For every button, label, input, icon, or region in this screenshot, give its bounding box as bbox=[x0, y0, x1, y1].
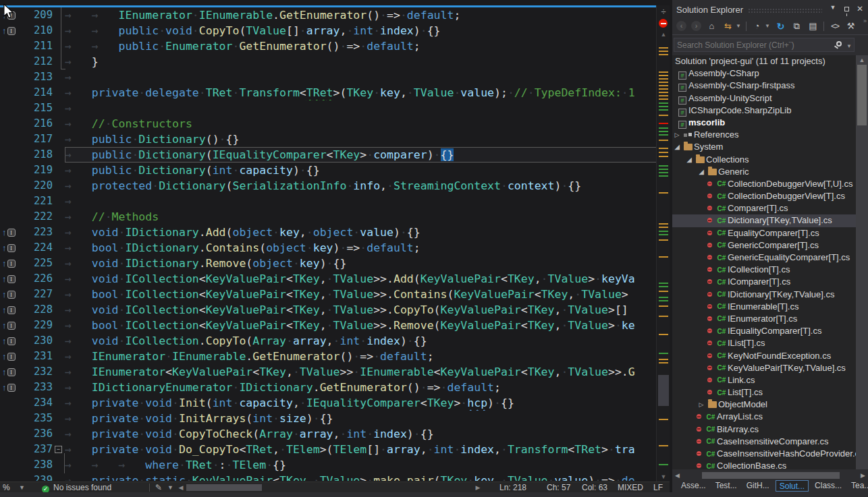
code-line[interactable]: ↑I232→ IEnumerator<KeyValuePair<TKey,·TV… bbox=[0, 364, 670, 380]
scroll-right-icon[interactable]: ▶ bbox=[861, 471, 865, 480]
code-line[interactable]: 217→ public·Dictionary()·{} bbox=[0, 131, 670, 147]
tree-item-ilist-t-cs[interactable]: C#IList[T].cs bbox=[672, 337, 856, 349]
tree-horizontal-scrollbar[interactable]: ◀ ▶ bbox=[672, 471, 868, 480]
tree-item-mscorlib[interactable]: #mscorlib bbox=[672, 117, 856, 129]
search-icon[interactable] bbox=[836, 41, 842, 47]
solution-tree[interactable]: Solution 'project-gui' (11 of 11 project… bbox=[672, 55, 856, 469]
code-text[interactable]: → → → where·TRet·:·TElem·{} bbox=[65, 457, 670, 473]
expander-closed-icon[interactable]: ▷ bbox=[697, 399, 706, 411]
tree-item-assembly-unityscript[interactable]: #Assembly-UnityScript bbox=[672, 92, 856, 105]
code-editor[interactable]: ↑I209→ → IEnumerator·IEnumerable.GetEnum… bbox=[0, 0, 670, 481]
chevron-down-icon[interactable]: ▼ bbox=[167, 482, 173, 493]
editor-vertical-scrollbar[interactable]: ÷ ▲ ▼ bbox=[656, 5, 670, 481]
outlining-margin[interactable] bbox=[53, 256, 65, 271]
code-line[interactable]: 216→ //·Constructors bbox=[0, 116, 670, 131]
tree-item-keynotfoundexception-cs[interactable]: C#KeyNotFoundException.cs bbox=[672, 350, 856, 362]
tree-item-iequalitycomparer-t-cs[interactable]: C#IEqualityComparer[T].cs bbox=[672, 325, 856, 337]
code-line[interactable]: ↑I209→ → IEnumerator·IEnumerable.GetEnum… bbox=[0, 7, 670, 23]
tree-item-assembly-csharp[interactable]: #Assembly-CSharp bbox=[672, 67, 856, 80]
code-line[interactable]: ↑I210→ → public·void·CopyTo(TValue[]·arr… bbox=[0, 23, 670, 38]
switch-views-icon[interactable]: ⇆ bbox=[722, 21, 734, 31]
code-line[interactable]: ↑I229→ bool·ICollection<KeyValuePair<TKe… bbox=[0, 318, 670, 333]
code-text[interactable]: → private·void·CopyToCheck(Array·array,·… bbox=[65, 426, 670, 442]
scroll-up-icon[interactable]: ▲ bbox=[856, 57, 868, 63]
code-line[interactable]: ↑I225→ void·IDictionary.Remove(object·ke… bbox=[0, 256, 670, 271]
code-text[interactable]: → IDictionaryEnumerator·IDictionary.GetE… bbox=[65, 380, 670, 395]
tree-item-objectmodel[interactable]: ▷ObjectModel bbox=[672, 399, 856, 411]
view-code-icon[interactable]: <> bbox=[829, 21, 840, 31]
code-text[interactable]: → → IEnumerator·IEnumerable.GetEnumerato… bbox=[65, 7, 670, 23]
line-number[interactable]: 221 bbox=[23, 194, 53, 209]
outlining-margin[interactable] bbox=[53, 100, 65, 116]
tree-item-generic[interactable]: ◢Generic bbox=[672, 166, 856, 178]
outlining-margin[interactable] bbox=[53, 240, 65, 256]
line-number[interactable]: 235 bbox=[23, 411, 53, 426]
code-text[interactable]: → //·Constructors bbox=[65, 116, 670, 131]
zoom-control[interactable]: % bbox=[3, 482, 10, 493]
code-text[interactable]: → → public·void·CopyTo(TValue[]·array,·i… bbox=[65, 23, 670, 38]
code-line[interactable]: 212→ } bbox=[0, 54, 670, 69]
outlining-margin[interactable] bbox=[53, 318, 65, 333]
code-text[interactable]: → bbox=[65, 194, 670, 209]
outlining-margin[interactable] bbox=[53, 426, 65, 442]
pending-changes-filter-icon[interactable]: ◔ bbox=[751, 21, 763, 31]
code-line[interactable]: ↑I223→ void·IDictionary.Add(object·key,·… bbox=[0, 225, 670, 240]
line-number[interactable]: 232 bbox=[23, 364, 53, 380]
line-number[interactable]: 236 bbox=[23, 426, 53, 442]
tree-item-dictionary-tkey-tvalue-cs[interactable]: C#Dictionary[TKey,TValue].cs bbox=[672, 214, 856, 227]
status-encoding[interactable]: MIXED bbox=[618, 482, 643, 493]
line-number[interactable]: 228 bbox=[23, 302, 53, 318]
line-number[interactable]: 237 bbox=[23, 442, 53, 457]
line-number[interactable]: 209 bbox=[23, 7, 53, 23]
line-number[interactable]: 222 bbox=[23, 209, 53, 225]
tree-item-genericequalitycomparer-t-cs[interactable]: C#GenericEqualityComparer[T].cs bbox=[672, 252, 856, 264]
line-number[interactable]: 215 bbox=[23, 100, 53, 116]
line-number[interactable]: 213 bbox=[23, 69, 53, 85]
tree-item-caseinsensitivehashcodeprovider-cs[interactable]: C#CaseInsensitiveHashCodeProvider.cs bbox=[672, 448, 856, 460]
line-number[interactable]: 217 bbox=[23, 131, 53, 147]
refresh-icon[interactable]: ↻ bbox=[775, 21, 786, 32]
code-line[interactable]: ↑I226→ void·ICollection<KeyValuePair<TKe… bbox=[0, 271, 670, 287]
tree-item-assembly-csharp-firstpass[interactable]: #Assembly-CSharp-firstpass bbox=[672, 80, 856, 92]
expander-open-icon[interactable]: ◢ bbox=[672, 141, 682, 153]
outlining-margin[interactable] bbox=[53, 333, 65, 349]
code-line[interactable]: ↑I228→ void·ICollection<KeyValuePair<TKe… bbox=[0, 302, 670, 318]
editor-horizontal-scrollbar[interactable]: ◀ ▶ bbox=[177, 483, 482, 492]
pin-icon[interactable] bbox=[841, 4, 852, 16]
line-number[interactable]: 230 bbox=[23, 333, 53, 349]
outlining-margin[interactable] bbox=[53, 302, 65, 318]
outlining-margin[interactable] bbox=[53, 473, 65, 481]
code-lines[interactable]: ↑I209→ → IEnumerator·IEnumerable.GetEnum… bbox=[0, 7, 670, 481]
line-number[interactable]: 231 bbox=[23, 349, 53, 364]
code-line[interactable]: ↑I224→ bool·IDictionary.Contains(object·… bbox=[0, 240, 670, 256]
search-box[interactable]: ▼ bbox=[674, 38, 855, 52]
code-line[interactable]: ↑I233→ IDictionaryEnumerator·IDictionary… bbox=[0, 380, 670, 395]
tool-tab-test[interactable]: Test... bbox=[712, 480, 740, 492]
outlining-margin[interactable] bbox=[53, 116, 65, 131]
code-line[interactable]: 221→ bbox=[0, 194, 670, 209]
tool-tab-gith[interactable]: GitH... bbox=[743, 480, 773, 492]
scroll-down-icon[interactable]: ▼ bbox=[657, 473, 670, 480]
outlining-margin[interactable] bbox=[53, 380, 65, 395]
line-number[interactable]: 227 bbox=[23, 287, 53, 302]
code-line[interactable]: 218→ public·Dictionary(IEqualityComparer… bbox=[0, 147, 670, 163]
expander-open-icon[interactable]: ◢ bbox=[697, 166, 706, 178]
code-line[interactable]: 234→ private·void·Init(int·capacity,·IEq… bbox=[0, 395, 670, 411]
code-text[interactable]: → public·Dictionary(IEqualityComparer<TK… bbox=[65, 147, 670, 163]
outlining-margin[interactable] bbox=[53, 163, 65, 178]
outlining-margin[interactable]: − bbox=[53, 442, 65, 457]
tree-item-icollection-t-cs[interactable]: C#ICollection[T].cs bbox=[672, 264, 856, 276]
code-line[interactable]: 220→ protected·Dictionary(SerializationI… bbox=[0, 178, 670, 194]
line-number[interactable]: 214 bbox=[23, 85, 53, 100]
code-text[interactable]: → private·void·InitArrays(int·size)·{} bbox=[65, 411, 670, 426]
tree-item-link-cs[interactable]: C#Link.cs bbox=[672, 374, 856, 386]
code-text[interactable]: → private·void·Init(int·capacity,·IEqual… bbox=[65, 395, 670, 411]
status-line[interactable]: Ln: 218 bbox=[499, 482, 526, 493]
chevron-down-icon[interactable]: ▼ bbox=[765, 23, 770, 29]
code-text[interactable]: → → public·Enumerator·GetEnumerator()·=>… bbox=[65, 38, 670, 54]
outlining-margin[interactable] bbox=[53, 209, 65, 225]
code-text[interactable]: → IEnumerator<KeyValuePair<TKey,·TValue>… bbox=[65, 364, 670, 380]
tree-item-system[interactable]: ◢System bbox=[672, 141, 856, 153]
scroll-up-icon[interactable]: ▲ bbox=[657, 31, 670, 38]
tree-item-ienumerator-t-cs[interactable]: C#IEnumerator[T].cs bbox=[672, 313, 856, 325]
